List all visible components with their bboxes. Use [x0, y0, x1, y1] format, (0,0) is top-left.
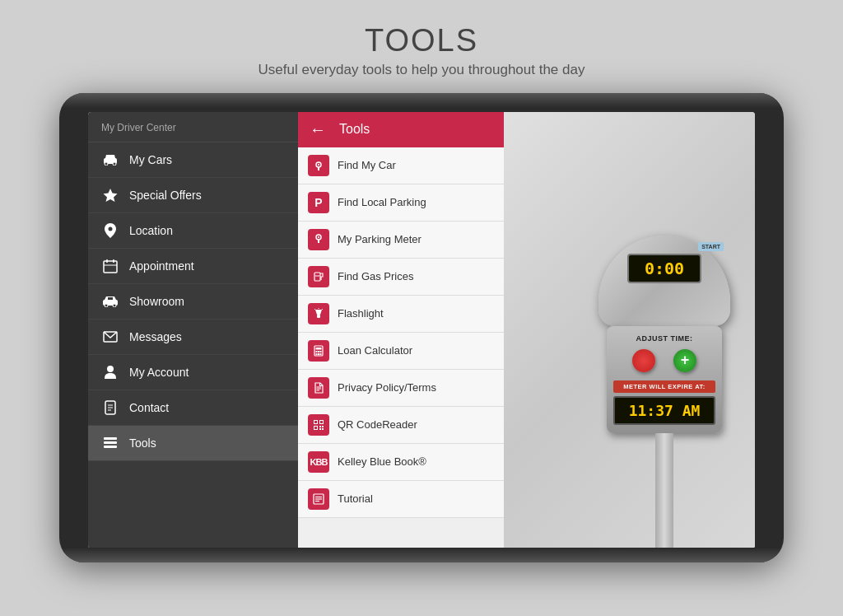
svg-point-12: [105, 304, 108, 307]
plus-button[interactable]: +: [673, 349, 696, 372]
user-icon: [101, 363, 119, 381]
svg-rect-39: [318, 351, 319, 352]
svg-rect-48: [314, 421, 317, 423]
svg-rect-52: [314, 427, 317, 429]
svg-point-5: [109, 226, 113, 231]
sidebar-item-label: Location: [129, 224, 173, 237]
page-header: TOOLS Useful everyday tools to help you …: [0, 0, 843, 93]
page-title: TOOLS: [0, 23, 843, 58]
tool-item-find-my-car[interactable]: Find My Car: [298, 147, 504, 184]
meter-panel: 0:00 START ADJUST TIME: +: [504, 112, 755, 548]
map-icon: [101, 222, 119, 240]
mail-icon: [101, 328, 119, 346]
svg-marker-4: [104, 189, 118, 202]
svg-rect-23: [104, 446, 117, 448]
sidebar-item-special-offers[interactable]: Special Offers: [88, 178, 298, 213]
find-gas-prices-icon: [308, 266, 329, 287]
tools-panel: ← Tools Find My Car P: [298, 112, 504, 548]
svg-point-2: [105, 162, 108, 166]
tool-item-label: Flashlight: [338, 307, 384, 320]
svg-point-16: [107, 366, 114, 372]
svg-rect-32: [317, 315, 320, 318]
car-icon: [101, 151, 119, 169]
sidebar: My Driver Center My Cars: [88, 112, 298, 548]
svg-rect-55: [319, 428, 321, 430]
sidebar-item-label: My Cars: [129, 153, 172, 166]
svg-rect-40: [320, 351, 322, 352]
sidebar-item-label: Special Offers: [129, 189, 202, 202]
svg-point-28: [318, 236, 319, 238]
privacy-policy-icon: [308, 377, 329, 399]
meter-display: 0:00: [645, 259, 684, 278]
tool-item-flashlight[interactable]: Flashlight: [298, 296, 504, 333]
sidebar-item-label: Contact: [129, 401, 169, 414]
svg-rect-14: [108, 297, 113, 300]
tool-item-loan-calculator[interactable]: Loan Calculator: [298, 333, 504, 370]
tool-item-label: Privacy Policy/Terms: [338, 381, 436, 394]
svg-rect-42: [318, 353, 319, 355]
svg-rect-21: [104, 437, 117, 440]
adjust-time-label: ADJUST TIME:: [607, 326, 722, 343]
loan-calculator-icon: [308, 340, 329, 362]
find-my-car-icon: [308, 155, 329, 176]
tools-header-label: Tools: [339, 122, 370, 137]
svg-point-3: [113, 162, 116, 166]
find-local-parking-icon: P: [308, 192, 329, 213]
qr-codereader-icon: [308, 414, 329, 436]
svg-point-26: [318, 164, 319, 166]
svg-rect-22: [104, 441, 117, 444]
tool-item-tutorial[interactable]: Tutorial: [298, 481, 504, 518]
star-icon: [101, 186, 119, 204]
sidebar-item-label: Tools: [129, 436, 156, 450]
sidebar-item-appointment[interactable]: Appointment: [88, 249, 298, 284]
tools-icon: [101, 434, 119, 452]
tool-item-label: Kelley Blue Book®: [338, 455, 426, 468]
tool-item-label: Tutorial: [338, 492, 373, 505]
start-button[interactable]: START: [698, 242, 724, 251]
svg-rect-41: [316, 353, 318, 355]
back-button[interactable]: ←: [310, 120, 326, 139]
expire-time: 11:37 AM: [613, 396, 715, 425]
minus-button[interactable]: [632, 349, 655, 372]
sidebar-item-showroom[interactable]: Showroom: [88, 284, 298, 320]
tool-item-label: Find Gas Prices: [338, 270, 413, 282]
tool-item-privacy-policy[interactable]: Privacy Policy/Terms: [298, 370, 504, 407]
tool-item-my-parking-meter[interactable]: My Parking Meter: [298, 222, 504, 259]
tool-item-kelley-blue-book[interactable]: KBB Kelley Blue Book®: [298, 444, 504, 481]
svg-line-35: [322, 309, 323, 310]
sidebar-header: My Driver Center: [88, 112, 298, 142]
tool-item-find-gas-prices[interactable]: Find Gas Prices: [298, 259, 504, 296]
sidebar-item-contact[interactable]: Contact: [88, 390, 298, 426]
tool-item-qr-codereader[interactable]: QR CodeReader: [298, 407, 504, 444]
my-parking-meter-icon: [308, 229, 329, 250]
svg-rect-56: [322, 428, 324, 430]
showroom-icon: [101, 292, 119, 310]
sidebar-item-messages[interactable]: Messages: [88, 320, 298, 355]
expire-label: METER WILL EXPIRE AT:: [613, 380, 715, 393]
sidebar-item-label: Messages: [129, 330, 182, 343]
app-screen: My Driver Center My Cars: [88, 112, 755, 548]
tool-item-label: Find My Car: [338, 159, 396, 171]
svg-rect-53: [319, 426, 321, 427]
sidebar-item-my-cars[interactable]: My Cars: [88, 142, 298, 178]
sidebar-item-label: Showroom: [129, 295, 184, 308]
svg-rect-54: [322, 426, 324, 427]
tablet-frame: My Driver Center My Cars: [59, 93, 784, 562]
tool-item-label: My Parking Meter: [338, 233, 422, 245]
svg-rect-6: [104, 261, 117, 273]
svg-rect-43: [320, 353, 322, 355]
svg-rect-38: [316, 351, 318, 352]
sidebar-item-my-account[interactable]: My Account: [88, 355, 298, 390]
contact-icon: [101, 399, 119, 417]
tutorial-icon: [308, 488, 329, 510]
tool-item-label: QR CodeReader: [338, 418, 417, 431]
sidebar-item-label: Appointment: [129, 259, 194, 273]
tools-header: ← Tools: [298, 112, 504, 147]
svg-rect-37: [316, 348, 322, 350]
sidebar-item-location[interactable]: Location: [88, 213, 298, 249]
tool-item-find-local-parking[interactable]: P Find Local Parking: [298, 184, 504, 222]
tool-item-label: Loan Calculator: [338, 344, 412, 357]
calendar-icon: [101, 257, 119, 275]
flashlight-icon: [308, 303, 329, 324]
sidebar-item-tools[interactable]: Tools: [88, 426, 298, 461]
